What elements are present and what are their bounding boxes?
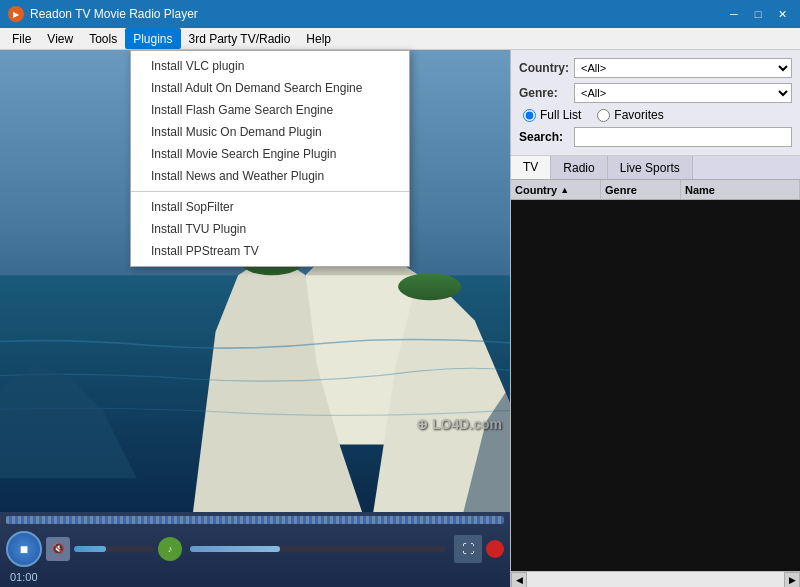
filter-section: Country: <All> Genre: <All> Full List (511, 50, 800, 156)
tab-livesports[interactable]: Live Sports (608, 156, 693, 179)
country-label: Country: (519, 61, 574, 75)
menu-plugins[interactable]: Plugins (125, 28, 180, 49)
menu-install-news[interactable]: Install News and Weather Plugin (131, 165, 409, 187)
app-icon: ▶ (8, 6, 24, 22)
volume-fill (74, 546, 106, 552)
genre-row: Genre: <All> (519, 83, 792, 103)
mute-icon: 🔇 (52, 543, 64, 554)
scroll-track[interactable] (527, 572, 784, 588)
list-type-row: Full List Favorites (519, 108, 792, 122)
header-country[interactable]: Country ▲ (511, 180, 601, 199)
volume-slider[interactable] (74, 546, 154, 552)
progress-bar[interactable] (6, 516, 504, 524)
close-button[interactable]: ✕ (772, 5, 792, 23)
fullscreen-icon: ⛶ (462, 542, 474, 556)
tabs-row: TV Radio Live Sports (511, 156, 800, 180)
genre-select[interactable]: <All> (574, 83, 792, 103)
watermark: ⊕ LO4D.com (416, 416, 502, 432)
speaker-button[interactable]: ♪ (158, 537, 182, 561)
plugins-dropdown: Install VLC plugin Install Adult On Dema… (130, 50, 410, 267)
svg-point-8 (398, 273, 461, 300)
menu-install-vlc[interactable]: Install VLC plugin (131, 55, 409, 77)
fullscreen-button[interactable]: ⛶ (454, 535, 482, 563)
right-panel: Country: <All> Genre: <All> Full List (510, 50, 800, 587)
channels-content (511, 200, 800, 571)
header-genre[interactable]: Genre (601, 180, 681, 199)
menu-tools[interactable]: Tools (81, 28, 125, 49)
menu-view[interactable]: View (39, 28, 81, 49)
controls-row: ■ 🔇 ♪ ⛶ (6, 528, 504, 569)
menu-install-adult[interactable]: Install Adult On Demand Search Engine (131, 77, 409, 99)
stop-icon: ■ (20, 541, 28, 557)
channels-list: Country ▲ Genre Name (511, 180, 800, 571)
menu-install-flash[interactable]: Install Flash Game Search Engine (131, 99, 409, 121)
menu-install-tvu[interactable]: Install TVU Plugin (131, 218, 409, 240)
menu-install-movie[interactable]: Install Movie Search Engine Plugin (131, 143, 409, 165)
favorites-label: Favorites (614, 108, 663, 122)
country-row: Country: <All> (519, 58, 792, 78)
scroll-right-button[interactable]: ▶ (784, 572, 800, 588)
window-title: Readon TV Movie Radio Player (30, 7, 724, 21)
genre-label: Genre: (519, 86, 574, 100)
menu-install-ppstream[interactable]: Install PPStream TV (131, 240, 409, 262)
search-row: Search: (519, 127, 792, 147)
stop-button[interactable]: ■ (6, 531, 42, 567)
maximize-button[interactable]: □ (748, 5, 768, 23)
progress-track (6, 516, 504, 524)
tab-radio[interactable]: Radio (551, 156, 607, 179)
seek-slider[interactable] (190, 546, 446, 552)
h-scrollbar: ◀ ▶ (511, 571, 800, 587)
menu-bar: File View Tools Plugins 3rd Party TV/Rad… (0, 28, 800, 50)
country-select[interactable]: <All> (574, 58, 792, 78)
window-controls: ─ □ ✕ (724, 5, 792, 23)
menu-help[interactable]: Help (298, 28, 339, 49)
menu-install-sopfilter[interactable]: Install SopFilter (131, 196, 409, 218)
favorites-option[interactable]: Favorites (597, 108, 663, 122)
speaker-icon: ♪ (168, 544, 173, 554)
seek-fill (190, 546, 280, 552)
scroll-left-button[interactable]: ◀ (511, 572, 527, 588)
fulllist-option[interactable]: Full List (523, 108, 581, 122)
header-name[interactable]: Name (681, 180, 800, 199)
menu-file[interactable]: File (4, 28, 39, 49)
search-label: Search: (519, 130, 574, 144)
sort-icon: ▲ (560, 185, 569, 195)
menu-3rdparty[interactable]: 3rd Party TV/Radio (181, 28, 299, 49)
controls-bar: ■ 🔇 ♪ ⛶ (0, 512, 510, 587)
watermark-text: ⊕ LO4D.com (416, 416, 502, 432)
title-bar: ▶ Readon TV Movie Radio Player ─ □ ✕ (0, 0, 800, 28)
fulllist-radio[interactable] (523, 109, 536, 122)
minimize-button[interactable]: ─ (724, 5, 744, 23)
search-input[interactable] (574, 127, 792, 147)
record-button[interactable] (486, 540, 504, 558)
time-display: 01:00 (6, 571, 42, 583)
menu-install-music[interactable]: Install Music On Demand Plugin (131, 121, 409, 143)
mute-button[interactable]: 🔇 (46, 537, 70, 561)
channels-header: Country ▲ Genre Name (511, 180, 800, 200)
tab-tv[interactable]: TV (511, 156, 551, 179)
favorites-radio[interactable] (597, 109, 610, 122)
fulllist-label: Full List (540, 108, 581, 122)
